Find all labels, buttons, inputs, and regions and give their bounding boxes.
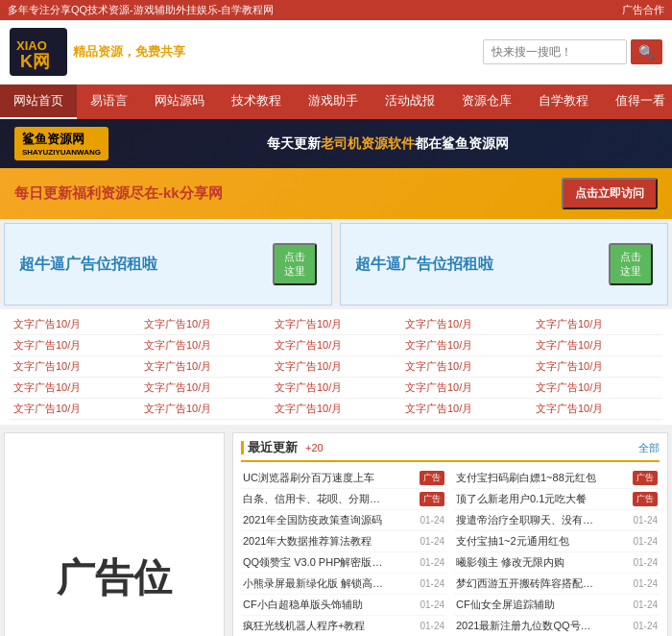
item-title[interactable]: 支付宝抽1~2元通用红包 bbox=[456, 534, 569, 549]
search-input[interactable] bbox=[483, 39, 627, 64]
kk-visit-button[interactable]: 点击立即访问 bbox=[562, 178, 658, 209]
ad-slot-1[interactable]: 超牛逼广告位招租啦 点击这里 bbox=[4, 223, 332, 306]
search-button[interactable]: 🔍 bbox=[631, 39, 662, 64]
text-links-area: 文字广告10/月 文字广告10/月 文字广告10/月 文字广告10/月 文字广告… bbox=[0, 309, 672, 425]
item-title[interactable]: 2021年全国防疫政策查询源码 bbox=[243, 513, 382, 527]
text-links-row-1: 文字广告10/月 文字广告10/月 文字广告10/月 文字广告10/月 文字广告… bbox=[10, 335, 662, 356]
nav-item-source[interactable]: 网站源码 bbox=[141, 85, 218, 119]
text-link[interactable]: 文字广告10/月 bbox=[401, 358, 532, 375]
item-date: 01-24 bbox=[420, 621, 444, 631]
text-link[interactable]: 文字广告10/月 bbox=[532, 358, 662, 375]
nav-item-worth-see[interactable]: 值得一看 bbox=[602, 85, 672, 119]
list-item: 曦影领主 修改无限内购 01-24 bbox=[454, 552, 660, 574]
left-ad-label: 广告位 bbox=[57, 551, 172, 604]
text-link[interactable]: 文字广告10/月 bbox=[532, 337, 662, 354]
item-title[interactable]: CF小白超稳单版头饰辅助 bbox=[243, 598, 363, 612]
view-all-link[interactable]: 全部 bbox=[638, 441, 660, 455]
list-item: 支付宝扫码刷白嫖1~88元红包 广告 bbox=[454, 468, 660, 489]
list-item: 顶了么新老用户0.1元吃大餐 广告 bbox=[454, 489, 660, 510]
list-item: 疯狂光线机器人程序+教程 01-24 bbox=[241, 616, 446, 636]
nav-item-yiy[interactable]: 易语言 bbox=[77, 85, 141, 119]
text-link[interactable]: 文字广告10/月 bbox=[10, 358, 140, 375]
item-title[interactable]: 顶了么新老用户0.1元吃大餐 bbox=[456, 492, 587, 506]
nav-item-tech[interactable]: 技术教程 bbox=[218, 85, 295, 119]
text-link[interactable]: 文字广告10/月 bbox=[140, 358, 271, 375]
text-link[interactable]: 文字广告10/月 bbox=[10, 316, 140, 332]
section-title-text: 最近更新 bbox=[248, 439, 298, 456]
text-link[interactable]: 文字广告10/月 bbox=[10, 337, 140, 354]
svg-text:K网: K网 bbox=[20, 52, 50, 71]
banner-kk[interactable]: 每日更新福利资源尽在-kk分享网 点击立即访问 bbox=[0, 168, 672, 219]
item-date: 01-24 bbox=[420, 599, 444, 610]
item-date: 01-24 bbox=[633, 536, 658, 547]
item-title[interactable]: 2021最新注册九位数QQ号教程 bbox=[456, 619, 600, 633]
ad-slot-1-text: 超牛逼广告位招租啦 bbox=[19, 255, 157, 275]
list-item: 支付宝抽1~2元通用红包 01-24 bbox=[454, 531, 660, 552]
list-item: 2021年全国防疫政策查询源码 01-24 bbox=[241, 510, 446, 531]
main-content: 广告位 查找优惠券 加入QQ群 最近更新 +20 全部 UC浏览器刷分百万速度上… bbox=[0, 425, 672, 636]
section-count: +20 bbox=[305, 442, 324, 453]
item-title[interactable]: 疯狂光线机器人程序+教程 bbox=[243, 619, 365, 633]
item-title[interactable]: 搜遣帝治疗全职聊天、没有方向 bbox=[456, 513, 600, 527]
section-header: 最近更新 +20 全部 bbox=[241, 439, 660, 462]
text-link[interactable]: 文字广告10/月 bbox=[271, 337, 401, 354]
item-title[interactable]: 梦幻西游五开搬砖阵容搭配分享 bbox=[456, 576, 600, 591]
item-title[interactable]: 2021年大数据推荐算法教程 bbox=[243, 534, 372, 549]
text-link[interactable]: 文字广告10/月 bbox=[401, 316, 532, 332]
text-link[interactable]: 文字广告10/月 bbox=[271, 379, 401, 396]
ad-slot-2-text: 超牛逼广告位招租啦 bbox=[355, 255, 493, 275]
nav-item-home[interactable]: 网站首页 bbox=[0, 85, 77, 119]
item-date: 01-24 bbox=[633, 621, 658, 631]
text-link[interactable]: 文字广告10/月 bbox=[10, 379, 140, 396]
right-content: 最近更新 +20 全部 UC浏览器刷分百万速度上车 广告 白条、信用卡、花呗、分… bbox=[232, 432, 668, 636]
ad-slots-row: 超牛逼广告位招租啦 点击这里 超牛逼广告位招租啦 点击这里 bbox=[0, 219, 672, 309]
shark-logo: 鲨鱼资源网 SHAYUZIYUANWANG bbox=[14, 127, 108, 160]
banner-shark[interactable]: 鲨鱼资源网 SHAYUZIYUANWANG 每天更新老司机资源软件都在鲨鱼资源网 bbox=[0, 119, 672, 168]
text-links-row-4: 文字广告10/月 文字广告10/月 文字广告10/月 文字广告10/月 文字广告… bbox=[10, 399, 662, 420]
nav-bar: 网站首页 易语言 网站源码 技术教程 游戏助手 活动战报 资源仓库 自学教程 值… bbox=[0, 85, 672, 119]
nav-item-activity[interactable]: 活动战报 bbox=[372, 85, 448, 119]
list-item: 小熊录屏最新绿化版 解锁高级会员 01-24 bbox=[241, 574, 446, 595]
text-link[interactable]: 文字广告10/月 bbox=[401, 337, 532, 354]
ad-slot-1-btn[interactable]: 点击这里 bbox=[273, 243, 317, 285]
nav-item-self[interactable]: 自学教程 bbox=[525, 85, 602, 119]
text-link[interactable]: 文字广告10/月 bbox=[401, 401, 532, 417]
ad-slot-2-btn[interactable]: 点击这里 bbox=[609, 243, 653, 285]
two-col-list: UC浏览器刷分百万速度上车 广告 白条、信用卡、花呗、分期乐套现 广告 2021… bbox=[241, 468, 660, 636]
item-date: 01-24 bbox=[420, 578, 444, 589]
left-ad-main: 广告位 bbox=[57, 443, 172, 636]
text-link[interactable]: 文字广告10/月 bbox=[140, 401, 271, 417]
item-title[interactable]: CF仙女全屏追踪辅助 bbox=[456, 598, 555, 612]
text-link[interactable]: 文字广告10/月 bbox=[271, 358, 401, 375]
text-links-row-3: 文字广告10/月 文字广告10/月 文字广告10/月 文字广告10/月 文字广告… bbox=[10, 378, 662, 399]
top-bar-right[interactable]: 广告合作 bbox=[622, 3, 664, 17]
slogan: 精品资源，免费共享 bbox=[73, 43, 185, 61]
text-link[interactable]: 文字广告10/月 bbox=[532, 316, 662, 332]
text-links-row-2: 文字广告10/月 文字广告10/月 文字广告10/月 文字广告10/月 文字广告… bbox=[10, 356, 662, 378]
item-title[interactable]: 曦影领主 修改无限内购 bbox=[456, 555, 564, 570]
text-link[interactable]: 文字广告10/月 bbox=[140, 316, 271, 332]
item-tag: 广告 bbox=[633, 492, 658, 506]
item-date: 01-24 bbox=[633, 578, 658, 589]
text-link[interactable]: 文字广告10/月 bbox=[140, 337, 271, 354]
text-link[interactable]: 文字广告10/月 bbox=[271, 401, 401, 417]
top-bar: 多年专注分享QQ技术资源-游戏辅助外挂娱乐-自学教程网 广告合作 bbox=[0, 0, 672, 20]
item-title[interactable]: 小熊录屏最新绿化版 解锁高级会员 bbox=[243, 576, 387, 591]
list-item: 2021最新注册九位数QQ号教程 01-24 bbox=[454, 616, 660, 636]
item-date: 01-24 bbox=[633, 599, 658, 610]
text-link[interactable]: 文字广告10/月 bbox=[10, 401, 140, 417]
text-link[interactable]: 文字广告10/月 bbox=[140, 379, 271, 396]
text-link[interactable]: 文字广告10/月 bbox=[271, 316, 401, 332]
ad-slot-2[interactable]: 超牛逼广告位招租啦 点击这里 bbox=[340, 223, 668, 306]
item-title[interactable]: UC浏览器刷分百万速度上车 bbox=[243, 471, 374, 485]
item-date: 01-24 bbox=[633, 557, 658, 568]
text-link[interactable]: 文字广告10/月 bbox=[532, 379, 662, 396]
item-title[interactable]: 支付宝扫码刷白嫖1~88元红包 bbox=[456, 471, 596, 485]
item-title[interactable]: 白条、信用卡、花呗、分期乐套现 bbox=[243, 492, 387, 506]
item-title[interactable]: QQ领赞宝 V3.0 PHP解密版源码 bbox=[243, 555, 387, 570]
nav-item-repo[interactable]: 资源仓库 bbox=[448, 85, 525, 119]
text-link[interactable]: 文字广告10/月 bbox=[532, 401, 662, 417]
nav-item-game[interactable]: 游戏助手 bbox=[295, 85, 372, 119]
item-tag: 广告 bbox=[420, 471, 444, 485]
text-link[interactable]: 文字广告10/月 bbox=[401, 379, 532, 396]
